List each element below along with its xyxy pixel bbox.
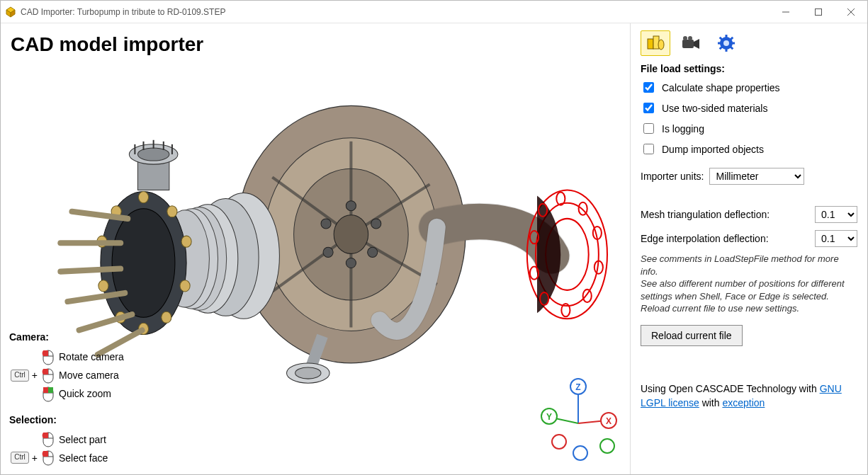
credits: Using Open CASCADE Technology with GNU L… <box>641 382 857 411</box>
svg-point-30 <box>112 209 175 318</box>
svg-point-57 <box>295 367 321 379</box>
help-select-face: Ctrl + Select face <box>9 449 124 467</box>
viewport-title: CAD model importer <box>11 33 203 56</box>
credits-exception-link[interactable]: exception <box>722 397 765 408</box>
axis-triad[interactable]: Z X Y <box>539 377 617 462</box>
chk-dump-input[interactable] <box>643 144 654 154</box>
mouse-left-icon <box>42 450 55 466</box>
ctrl-key: Ctrl <box>11 452 29 464</box>
svg-point-87 <box>658 40 664 50</box>
panel-tabs <box>641 30 857 56</box>
mesh-select[interactable]: 0.010.050.10.20.51 <box>815 206 857 223</box>
app-icon <box>5 6 16 18</box>
svg-point-19 <box>346 258 356 268</box>
svg-point-16 <box>346 201 356 211</box>
edge-select[interactable]: 0.010.050.10.20.51 <box>815 230 857 247</box>
chk-logging[interactable]: Is logging <box>641 121 857 136</box>
help-select-part-label: Select part <box>59 432 106 447</box>
note-1: See comments in LoadStepFile method for … <box>641 253 857 277</box>
tab-objects[interactable] <box>641 30 670 56</box>
plus-sign: + <box>32 450 38 466</box>
title-bar: CAD Importer: Turbopump in tribute to RD… <box>1 1 867 23</box>
svg-rect-86 <box>653 36 659 49</box>
svg-point-35 <box>162 311 171 323</box>
svg-point-32 <box>167 206 177 217</box>
svg-point-83 <box>573 446 587 460</box>
reload-button[interactable]: Reload current file <box>641 325 743 346</box>
chk-shape-properties-label: Calculate shape properties <box>662 82 780 93</box>
svg-point-18 <box>368 247 378 257</box>
chk-shape-properties[interactable]: Calculate shape properties <box>641 80 857 95</box>
tab-camera[interactable] <box>676 30 706 56</box>
help-rotate: Rotate camera <box>9 348 124 367</box>
svg-point-101 <box>723 40 729 46</box>
chk-shape-properties-input[interactable] <box>643 82 654 93</box>
svg-rect-94 <box>726 48 728 52</box>
svg-point-84 <box>600 439 614 453</box>
svg-point-17 <box>371 219 381 229</box>
mouse-both-icon <box>42 387 55 402</box>
svg-rect-95 <box>718 42 721 45</box>
svg-point-65 <box>583 290 592 302</box>
mouse-left-icon <box>42 368 55 384</box>
mesh-row: Mesh triangulation deflection: 0.010.050… <box>641 206 857 223</box>
svg-point-33 <box>181 236 191 247</box>
plus-sign: + <box>32 367 38 383</box>
edge-label: Edge interpolation deflection: <box>641 233 809 244</box>
tab-settings[interactable] <box>711 30 741 56</box>
svg-point-21 <box>321 219 331 229</box>
units-label: Importer units: <box>641 171 704 182</box>
edge-row: Edge interpolation deflection: 0.010.050… <box>641 230 857 247</box>
svg-line-43 <box>60 269 120 272</box>
svg-rect-93 <box>726 35 728 38</box>
help-selection-heading: Selection: <box>9 412 124 428</box>
settings-panel: File load settings: Calculate shape prop… <box>630 23 867 474</box>
svg-point-91 <box>688 36 692 40</box>
help-camera-heading: Camera: <box>9 329 124 345</box>
axis-y-label: Y <box>546 412 552 422</box>
viewport[interactable]: CAD model importer <box>1 23 630 474</box>
file-load-heading: File load settings: <box>641 63 857 74</box>
chk-logging-label: Is logging <box>662 123 704 135</box>
svg-point-38 <box>98 280 108 292</box>
mouse-left-icon <box>42 350 55 365</box>
chk-dump-label: Dump imported objects <box>662 144 764 155</box>
ctrl-key: Ctrl <box>11 370 29 382</box>
svg-rect-85 <box>648 39 653 49</box>
window-title: CAD Importer: Turbopump in tribute to RD… <box>21 7 770 17</box>
svg-point-82 <box>552 435 566 449</box>
svg-point-90 <box>683 36 687 40</box>
mesh-label: Mesh triangulation deflection: <box>641 209 809 220</box>
chk-two-sided-label: Use two-sided materials <box>662 103 767 114</box>
svg-point-20 <box>323 247 333 257</box>
units-select[interactable]: MillimeterCentimeterMeterInchFoot <box>709 168 804 185</box>
credits-mid: with <box>699 397 723 408</box>
svg-point-49 <box>137 148 169 161</box>
chk-two-sided[interactable]: Use two-sided materials <box>641 101 857 115</box>
help-zoom-label: Quick zoom <box>59 386 111 401</box>
axis-x-label: X <box>606 416 611 426</box>
note-2: See also different number of positions f… <box>641 277 857 302</box>
help-rotate-label: Rotate camera <box>59 349 124 365</box>
credits-pre: Using Open CASCADE Technology with <box>641 383 820 394</box>
note-3: Reload current file to use new settings. <box>641 302 857 315</box>
help-select-face-label: Select face <box>59 450 108 466</box>
svg-rect-4 <box>816 8 822 15</box>
svg-rect-88 <box>682 40 694 48</box>
svg-point-34 <box>180 280 190 292</box>
help-move-label: Move camera <box>59 367 119 383</box>
close-button[interactable] <box>835 1 867 23</box>
minimize-button[interactable] <box>770 1 802 23</box>
body: CAD model importer <box>1 23 867 474</box>
svg-point-31 <box>138 192 148 203</box>
units-row: Importer units: MillimeterCentimeterMete… <box>641 168 857 185</box>
svg-point-22 <box>334 215 368 254</box>
chk-two-sided-input[interactable] <box>643 103 654 113</box>
maximize-button[interactable] <box>802 1 835 23</box>
axis-z-label: Z <box>575 382 580 392</box>
chk-logging-input[interactable] <box>643 123 654 134</box>
svg-rect-96 <box>731 42 735 45</box>
chk-dump[interactable]: Dump imported objects <box>641 142 857 156</box>
svg-point-62 <box>579 202 587 215</box>
mouse-left-icon <box>42 432 55 447</box>
